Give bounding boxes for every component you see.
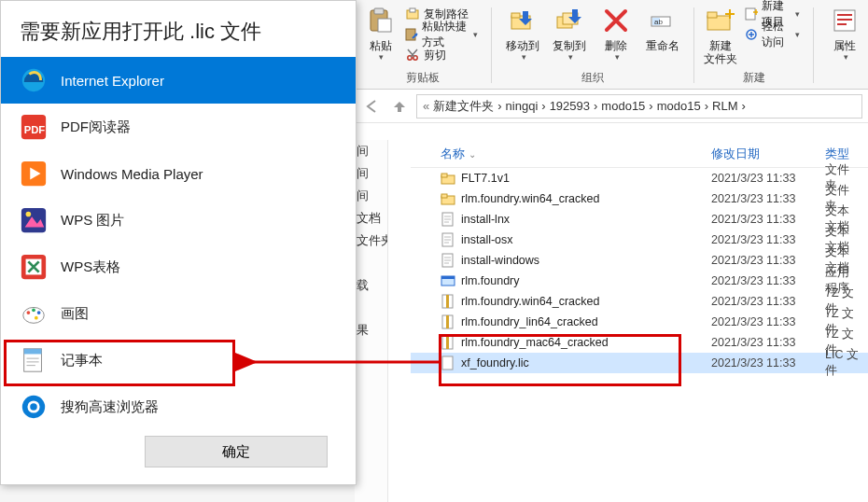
open-with-app-6[interactable]: 记事本 bbox=[1, 337, 356, 383]
file-row[interactable]: rlm.foundry 2021/3/23 11:33 应用程序 bbox=[411, 271, 868, 291]
cut-label: 剪切 bbox=[424, 48, 446, 63]
tree-item-clipped[interactable] bbox=[355, 297, 387, 319]
svg-rect-52 bbox=[24, 349, 42, 355]
open-with-app-7[interactable]: 搜狗高速浏览器 bbox=[1, 383, 356, 430]
svg-rect-20 bbox=[398, 107, 401, 112]
file-date: 2021/3/23 11:33 bbox=[704, 254, 818, 267]
file-date: 2021/3/23 11:33 bbox=[704, 213, 818, 226]
app-label: WPS 图片 bbox=[61, 212, 124, 230]
content-pane: 间间间文档文件夹载果 名称 ⌄ 修改日期 类型 FLT7.1v1 2021/3/… bbox=[355, 140, 868, 502]
sogou-icon bbox=[20, 393, 48, 421]
svg-rect-24 bbox=[441, 194, 447, 198]
paste-button[interactable]: 粘贴 ▾ bbox=[364, 4, 398, 67]
file-row[interactable]: install-lnx 2021/3/23 11:33 文本文档 bbox=[411, 209, 868, 230]
open-with-panel: 需要新应用打开此 .lic 文件 Internet ExplorerPDFPDF… bbox=[0, 0, 357, 485]
breadcrumb-part[interactable]: ningqi bbox=[506, 99, 539, 113]
ok-button[interactable]: 确定 bbox=[145, 436, 328, 467]
chevron-down-icon: ▾ bbox=[795, 30, 800, 39]
file-row[interactable]: FLT7.1v1 2021/3/23 11:33 文件夹 bbox=[411, 168, 868, 188]
move-to-label: 移动到 bbox=[506, 39, 539, 52]
open-with-app-4[interactable]: WPS表格 bbox=[1, 244, 356, 290]
open-with-app-list: Internet ExplorerPDFPDF阅读器Windows Media … bbox=[1, 57, 356, 430]
copy-to-icon bbox=[554, 6, 584, 35]
breadcrumb-part[interactable]: 192593 bbox=[550, 99, 590, 113]
column-type[interactable]: 类型 bbox=[818, 146, 868, 162]
file-icon bbox=[441, 314, 455, 329]
ribbon-group-properties: 属性 ▾ bbox=[814, 2, 868, 89]
open-with-app-0[interactable]: Internet Explorer bbox=[1, 57, 356, 104]
svg-point-47 bbox=[27, 311, 31, 314]
app-label: Internet Explorer bbox=[61, 73, 164, 89]
chevron-down-icon: ▾ bbox=[473, 30, 478, 39]
scissors-icon bbox=[405, 48, 420, 63]
svg-text:ab: ab bbox=[654, 18, 663, 26]
file-row[interactable]: install-osx 2021/3/23 11:33 文本文档 bbox=[411, 230, 868, 250]
breadcrumb-leadin: « bbox=[423, 99, 429, 113]
open-with-app-1[interactable]: PDFPDF阅读器 bbox=[1, 104, 356, 150]
file-row[interactable]: rlm.foundry.win64_cracked 2021/3/23 11:3… bbox=[411, 188, 868, 209]
notepad-icon bbox=[20, 346, 48, 374]
breadcrumb-part[interactable]: modo15 bbox=[601, 99, 645, 113]
tree-item-clipped[interactable]: 文档 bbox=[355, 207, 387, 230]
easy-access-button[interactable]: 轻松访问 ▾ bbox=[741, 24, 804, 45]
svg-rect-33 bbox=[446, 315, 449, 328]
open-with-app-5[interactable]: 画图 bbox=[1, 290, 356, 337]
copy-to-button[interactable]: 复制到 ▾ bbox=[548, 4, 591, 67]
nav-up-button[interactable] bbox=[388, 95, 411, 118]
breadcrumb[interactable]: « 新建文件夹›ningqi›192593›modo15›modo15›RLM› bbox=[416, 94, 862, 119]
paste-shortcut-icon bbox=[405, 27, 418, 42]
paste-icon bbox=[366, 6, 396, 35]
wmp-icon bbox=[20, 160, 48, 188]
svg-point-44 bbox=[26, 212, 32, 217]
paste-shortcut-button[interactable]: 粘贴快捷方式 ▾ bbox=[401, 24, 482, 45]
file-row[interactable]: rlm.foundry_mac64_cracked 2021/3/23 11:3… bbox=[411, 332, 868, 353]
file-row[interactable]: xf_foundry.lic 2021/3/23 11:33 LIC 文件 bbox=[411, 353, 868, 373]
paste-label: 粘贴 bbox=[370, 39, 392, 52]
file-list: FLT7.1v1 2021/3/23 11:33 文件夹 rlm.foundry… bbox=[411, 168, 868, 373]
delete-icon bbox=[601, 6, 631, 35]
column-name[interactable]: 名称 ⌄ bbox=[433, 146, 704, 162]
file-icon bbox=[441, 356, 455, 370]
open-with-app-2[interactable]: Windows Media Player bbox=[1, 150, 356, 197]
file-icon bbox=[441, 294, 455, 309]
explorer-window: 粘贴 ▾ 复制路径 粘贴快捷方式 ▾ 剪切 bbox=[355, 0, 868, 502]
svg-point-48 bbox=[32, 308, 35, 312]
tree-item-clipped[interactable]: 间 bbox=[355, 162, 387, 185]
svg-rect-31 bbox=[446, 295, 449, 308]
ribbon-group-label: 剪贴板 bbox=[364, 68, 482, 89]
column-date[interactable]: 修改日期 bbox=[704, 146, 818, 162]
delete-button[interactable]: 删除 ▾ bbox=[595, 4, 637, 67]
breadcrumb-part[interactable]: modo15 bbox=[657, 99, 701, 113]
copy-to-label: 复制到 bbox=[553, 39, 586, 52]
properties-button[interactable]: 属性 ▾ bbox=[823, 4, 866, 67]
file-row[interactable]: rlm.foundry.win64_cracked 2021/3/23 11:3… bbox=[411, 291, 868, 312]
tree-item-clipped[interactable]: 间 bbox=[355, 140, 387, 162]
nav-back-button[interactable] bbox=[360, 95, 383, 118]
file-row[interactable]: rlm.foundry_lin64_cracked 2021/3/23 11:3… bbox=[411, 312, 868, 332]
cut-button[interactable]: 剪切 bbox=[401, 45, 482, 65]
svg-point-49 bbox=[37, 311, 41, 314]
column-headers: 名称 ⌄ 修改日期 类型 bbox=[411, 140, 868, 168]
new-folder-button[interactable]: 新建 文件夹 bbox=[704, 4, 737, 67]
copy-path-icon bbox=[405, 7, 420, 21]
tree-item-clipped[interactable] bbox=[355, 252, 387, 274]
file-date: 2021/3/23 11:33 bbox=[704, 172, 818, 185]
svg-rect-29 bbox=[441, 276, 455, 279]
tree-item-clipped[interactable]: 果 bbox=[355, 319, 387, 342]
file-name: rlm.foundry bbox=[461, 274, 520, 287]
file-name: rlm.foundry.win64_cracked bbox=[461, 295, 599, 308]
file-row[interactable]: install-windows 2021/3/23 11:33 文本文档 bbox=[411, 250, 868, 271]
tree-item-clipped[interactable]: 文件夹 bbox=[355, 230, 387, 252]
tree-item-clipped[interactable]: 载 bbox=[355, 274, 387, 297]
open-with-app-3[interactable]: WPS 图片 bbox=[1, 197, 356, 244]
breadcrumb-part[interactable]: 新建文件夹 bbox=[433, 98, 494, 115]
tree-item-clipped[interactable]: 间 bbox=[355, 185, 387, 207]
breadcrumb-part[interactable]: RLM bbox=[712, 99, 737, 113]
wpssht-icon bbox=[20, 253, 48, 281]
file-icon bbox=[441, 212, 455, 227]
rename-button[interactable]: ab 重命名 bbox=[641, 4, 684, 67]
move-to-button[interactable]: 移动到 ▾ bbox=[501, 4, 544, 67]
app-label: 记事本 bbox=[61, 352, 103, 370]
file-name: rlm.foundry.win64_cracked bbox=[461, 192, 599, 205]
file-icon bbox=[441, 253, 455, 268]
